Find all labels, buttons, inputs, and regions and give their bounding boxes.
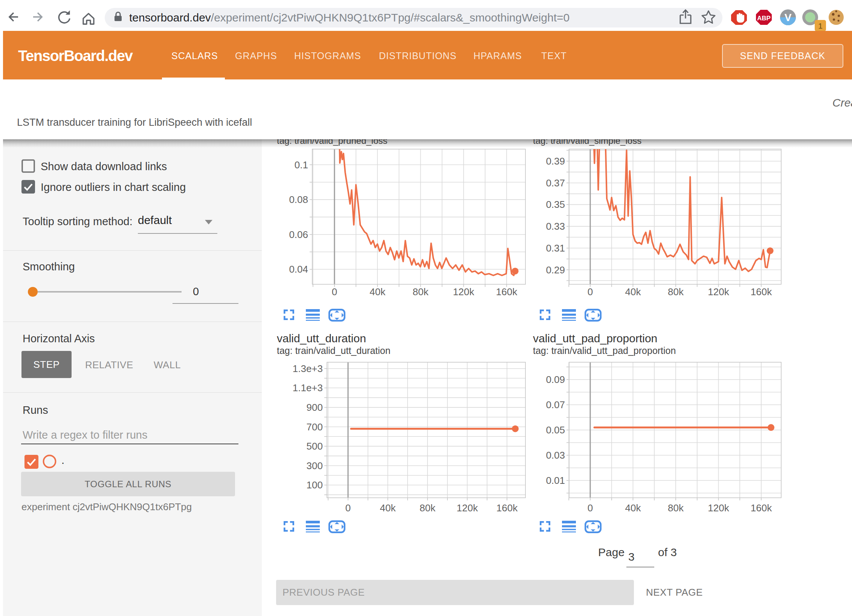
svg-text:80k: 80k [668, 502, 684, 514]
svg-text:120k: 120k [708, 286, 729, 297]
svg-text:0.06: 0.06 [289, 229, 308, 240]
svg-text:0.03: 0.03 [546, 450, 565, 461]
svg-text:0: 0 [588, 286, 593, 297]
svg-text:V: V [785, 12, 792, 23]
svg-text:160k: 160k [496, 286, 518, 297]
svg-text:120k: 120k [453, 286, 475, 297]
svg-text:0: 0 [332, 286, 337, 297]
svg-text:0.33: 0.33 [546, 221, 565, 232]
svg-text:0.31: 0.31 [546, 242, 565, 254]
svg-text:80k: 80k [413, 286, 429, 297]
svg-text:160k: 160k [751, 286, 772, 297]
svg-text:ABP: ABP [757, 15, 771, 22]
svg-text:0.01: 0.01 [546, 475, 565, 486]
svg-text:0.37: 0.37 [546, 177, 565, 189]
svg-text:500: 500 [307, 441, 323, 452]
svg-text:tag: train/valid_utt_duration: tag: train/valid_utt_duration [277, 345, 391, 356]
svg-text:0.39: 0.39 [546, 156, 565, 167]
svg-text:tensorboard.dev/experiment/cj2: tensorboard.dev/experiment/cj2vtPiwQHKN9… [129, 11, 570, 24]
svg-text:120k: 120k [708, 502, 729, 514]
svg-text:0.08: 0.08 [289, 194, 308, 205]
svg-text:700: 700 [307, 421, 323, 433]
svg-text:120k: 120k [457, 502, 478, 514]
svg-text:40k: 40k [380, 502, 396, 514]
svg-text:300: 300 [307, 460, 323, 471]
svg-text:0.04: 0.04 [289, 264, 308, 275]
svg-text:40k: 40k [625, 286, 641, 297]
svg-text:160k: 160k [751, 502, 772, 514]
svg-text:0.09: 0.09 [546, 374, 565, 385]
svg-text:100: 100 [307, 479, 323, 491]
svg-text:0.35: 0.35 [546, 199, 565, 210]
svg-text:1.3e+3: 1.3e+3 [293, 363, 323, 374]
svg-text:0.05: 0.05 [546, 424, 565, 436]
svg-text:1.1e+3: 1.1e+3 [293, 382, 323, 393]
svg-text:0.07: 0.07 [546, 399, 565, 410]
svg-text:40k: 40k [370, 286, 386, 297]
svg-text:1: 1 [818, 21, 823, 30]
svg-text:tag: train/valid_utt_pad_propo: tag: train/valid_utt_pad_proportion [533, 345, 676, 356]
svg-text:0: 0 [588, 502, 593, 514]
svg-text:80k: 80k [420, 502, 436, 514]
svg-text:40k: 40k [625, 502, 641, 514]
svg-text:0: 0 [345, 502, 351, 514]
svg-text:160k: 160k [496, 502, 518, 514]
svg-text:900: 900 [307, 402, 323, 413]
svg-text:80k: 80k [668, 286, 684, 297]
svg-text:valid_utt_pad_proportion: valid_utt_pad_proportion [533, 332, 657, 345]
svg-text:0.29: 0.29 [546, 264, 565, 276]
svg-text:valid_utt_duration: valid_utt_duration [277, 332, 366, 345]
svg-text:0.1: 0.1 [295, 159, 308, 171]
